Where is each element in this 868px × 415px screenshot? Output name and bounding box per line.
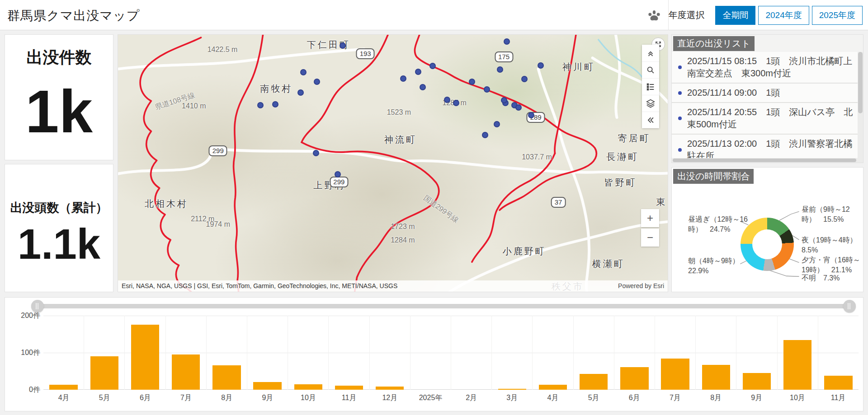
list-item-bullet — [678, 148, 682, 152]
bar-7月[interactable] — [661, 359, 689, 390]
x-axis-label: 11月 — [329, 393, 369, 403]
elevation-label: 1723 m — [391, 223, 415, 231]
bear-sighting-marker[interactable] — [538, 62, 544, 69]
time-of-day-panel: 出没の時間帯割合 昼前（9時～12時） 15.5%夜（19時～4時） 8.5%夕… — [671, 167, 863, 292]
year-button-2025[interactable]: 2025年度 — [812, 6, 863, 25]
bar-slot — [247, 316, 288, 390]
bar-slot — [573, 316, 614, 390]
x-axis-label: 12月 — [369, 393, 410, 403]
bar-5月[interactable] — [580, 374, 608, 390]
bear-sighting-marker[interactable] — [497, 66, 503, 73]
bar-12月[interactable] — [376, 387, 404, 390]
bear-sighting-marker[interactable] — [400, 75, 406, 82]
bar-4月[interactable] — [539, 385, 567, 390]
town-label: 神流町 — [384, 134, 417, 146]
bar-slot — [655, 316, 695, 390]
bear-sighting-marker[interactable] — [444, 97, 450, 103]
header: 群馬県クマ出没マップ 年度選択 全期間2024年度2025年度 — [0, 0, 868, 30]
bar-6月[interactable] — [131, 325, 159, 390]
year-button-all[interactable]: 全期間 — [715, 6, 755, 25]
list-item[interactable]: 2025/11/13 02:00 1頭 渋川警察署北橘駐在所 — [672, 134, 858, 158]
bar-slot — [84, 316, 124, 390]
map-canvas[interactable]: 下仁田町神川町南牧村神流町上野村北相木村寄居町長瀞町皆野町小鹿野町横瀬町秩父市東… — [118, 35, 668, 292]
bar-9月[interactable] — [743, 373, 771, 390]
bear-sighting-marker[interactable] — [340, 42, 346, 49]
zoom-in-button[interactable]: + — [641, 209, 659, 227]
bear-sighting-marker[interactable] — [521, 76, 528, 82]
bar-3月[interactable] — [498, 389, 526, 390]
bear-sighting-marker[interactable] — [482, 132, 488, 138]
layers-icon[interactable] — [642, 95, 659, 112]
horizontal-scrollbar[interactable] — [672, 158, 863, 163]
search-icon[interactable] — [642, 61, 659, 78]
bear-sighting-marker[interactable] — [415, 69, 421, 75]
stat-card-heads: 出没頭数（累計） 1.1k — [5, 164, 113, 292]
bar-7月[interactable] — [172, 354, 200, 390]
map-attribution: Esri, NASA, NGA, USGS | GSI, Esri, TomTo… — [118, 280, 668, 292]
bar-slot — [818, 316, 859, 390]
list-item-bullet — [678, 65, 682, 69]
y-axis-label: 200件 — [5, 311, 40, 321]
town-label: 長瀞町 — [606, 150, 639, 163]
bar-10月[interactable] — [783, 340, 811, 390]
bear-sighting-marker[interactable] — [504, 38, 510, 45]
zoom-out-button[interactable]: − — [641, 228, 659, 247]
stat-value: 1.1k — [18, 223, 100, 266]
bear-sighting-marker[interactable] — [297, 89, 304, 96]
bear-sighting-marker[interactable] — [335, 171, 341, 177]
donut-label: 不明 7.3% — [802, 273, 860, 283]
collapse-up-button[interactable] — [642, 45, 659, 61]
bear-sighting-marker[interactable] — [494, 121, 500, 127]
bear-sighting-marker[interactable] — [484, 86, 490, 93]
bear-sighting-marker[interactable] — [429, 63, 436, 69]
map-toolbar — [642, 45, 659, 128]
bear-sighting-marker[interactable] — [300, 69, 307, 75]
time-range-slider[interactable] — [34, 304, 853, 308]
bar-11月[interactable] — [335, 386, 363, 390]
year-filter-label: 年度選択 — [668, 9, 704, 21]
elevation-label: 1422.5 m — [208, 46, 238, 54]
bar-9月[interactable] — [253, 382, 281, 390]
list-item[interactable]: 2025/11/14 20:55 1頭 深山バス亭 北東500m付近 — [672, 102, 858, 134]
bear-sighting-marker[interactable] — [501, 97, 507, 103]
bear-sighting-marker[interactable] — [313, 150, 319, 156]
bar-8月[interactable] — [212, 365, 241, 390]
bear-sighting-marker[interactable] — [469, 79, 475, 85]
bear-sighting-marker[interactable] — [420, 84, 426, 90]
zoom-controls: + − — [641, 208, 659, 247]
map-panel: 下仁田町神川町南牧村神流町上野村北相木村寄居町長瀞町皆野町小鹿野町横瀬町秩父市東… — [118, 34, 668, 292]
bear-sighting-marker[interactable] — [272, 101, 278, 107]
donut-label: 夜（19時～4時） 8.5% — [802, 235, 863, 255]
vertical-scrollbar[interactable] — [858, 52, 863, 158]
year-button-2024[interactable]: 2024年度 — [758, 6, 809, 25]
slider-handle-right[interactable] — [843, 300, 856, 312]
bear-sighting-marker[interactable] — [257, 102, 264, 108]
bear-sighting-marker[interactable] — [314, 79, 320, 85]
bar-10月[interactable] — [294, 384, 322, 390]
bar-11月[interactable] — [824, 376, 852, 390]
bar-slot — [410, 316, 451, 390]
list-item[interactable]: 2025/11/15 08:15 1頭 渋川市北橘町上南室交差点 東300m付近 — [672, 52, 858, 83]
road-shield: 175 — [495, 51, 513, 62]
bear-sighting-marker[interactable] — [528, 112, 534, 118]
x-axis-label: 8月 — [207, 393, 247, 403]
bar-4月[interactable] — [49, 385, 77, 390]
bar-slot — [451, 316, 491, 390]
bear-sighting-marker[interactable] — [515, 104, 522, 111]
legend-icon[interactable] — [642, 78, 659, 95]
stat-title: 出没頭数（累計） — [10, 200, 108, 216]
collapse-left-button[interactable] — [642, 112, 659, 128]
elevation-label: 1410 m — [182, 102, 206, 110]
bar-6月[interactable] — [620, 367, 648, 390]
x-axis-label: 10月 — [288, 393, 329, 403]
bar-5月[interactable] — [90, 356, 118, 390]
town-label: 南牧村 — [260, 83, 292, 95]
bar-8月[interactable] — [702, 365, 730, 390]
donut-label: 昼前（9時～12時） 15.5% — [802, 205, 859, 224]
x-axis-label: 3月 — [492, 393, 533, 403]
x-axis-label: 2月 — [451, 393, 492, 403]
list-item[interactable]: 2025/11/14 09:00 1頭 — [672, 83, 858, 102]
bear-sighting-marker[interactable] — [453, 100, 459, 106]
town-label: 皆野町 — [604, 177, 637, 189]
donut-label: 朝（4時～9時） 22.9% — [688, 256, 748, 275]
